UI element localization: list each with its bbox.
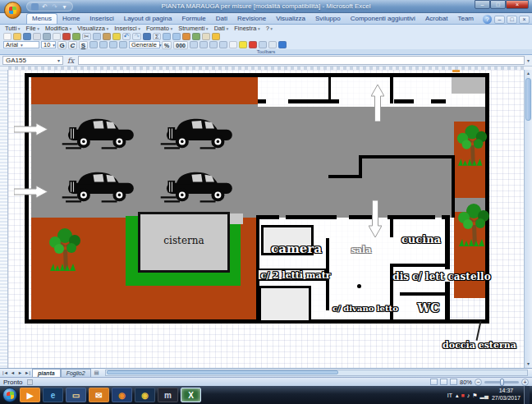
tab-dati[interactable]: Dati	[211, 14, 232, 24]
vertical-scroll-thumb[interactable]	[525, 78, 531, 121]
horizontal-scroll-thumb[interactable]	[107, 370, 338, 374]
spelling-icon[interactable]	[62, 33, 71, 40]
tray-expand-icon[interactable]: ▴	[456, 393, 459, 398]
fill-color-icon[interactable]	[239, 41, 247, 48]
action-center-flag-icon[interactable]: ⚑	[472, 393, 477, 398]
formula-bar-expand-icon[interactable]: ▾	[527, 57, 530, 63]
menu-strumenti[interactable]: Strumenti	[176, 25, 210, 33]
format-painter-icon[interactable]	[112, 33, 121, 40]
language-indicator[interactable]: IT	[447, 393, 452, 398]
open-icon[interactable]	[13, 33, 21, 40]
font-color-icon[interactable]	[249, 41, 257, 48]
tray-app-icon[interactable]: ■	[461, 393, 465, 398]
prev-sheet-button[interactable]: ◄	[9, 369, 16, 377]
menu-dati[interactable]: Dati	[212, 25, 232, 33]
chart-wizard-icon[interactable]	[182, 33, 190, 40]
undo-icon[interactable]: ↶	[41, 3, 48, 11]
menu-aiuto[interactable]: ?	[264, 25, 275, 33]
horizontal-scrollbar[interactable]	[105, 370, 528, 376]
minimize-button[interactable]: –	[475, 0, 490, 9]
help-button[interactable]: ?	[483, 15, 492, 24]
tab-visualizza[interactable]: Visualizza	[271, 14, 310, 24]
new-icon[interactable]	[3, 33, 11, 40]
mail-icon[interactable]	[33, 33, 41, 40]
tab-sviluppo[interactable]: Sviluppo	[310, 14, 346, 24]
start-button[interactable]	[2, 388, 17, 402]
clock[interactable]: 14:37 27/03/2017	[492, 388, 521, 402]
percent-style-button[interactable]: %	[162, 41, 172, 49]
tab-revisione[interactable]: Revisione	[232, 14, 271, 24]
firefox-icon[interactable]: ◉	[112, 388, 132, 402]
cut-icon[interactable]: ✂	[82, 33, 91, 40]
zoom-slider-thumb[interactable]	[500, 379, 504, 386]
worksheet-canvas[interactable]: camera c/ 2 letti matr sala c/ divano le…	[8, 70, 524, 368]
italic-button[interactable]: C	[68, 41, 77, 49]
increase-decimal-icon[interactable]	[190, 41, 198, 48]
zoom-icon[interactable]	[202, 33, 210, 40]
borders-icon[interactable]	[229, 41, 237, 48]
font-size-select[interactable]: 10	[41, 41, 56, 48]
workbook-restore-button[interactable]: □	[507, 16, 517, 24]
align-left-icon[interactable]	[89, 41, 98, 48]
outlook-icon[interactable]: ✉	[89, 388, 109, 402]
sheet-tab-foglio2[interactable]: Foglio2	[61, 369, 91, 377]
undo-icon[interactable]: ↶	[122, 33, 131, 40]
zoom-level-label[interactable]: 80%	[460, 379, 472, 386]
print-icon[interactable]	[43, 33, 51, 40]
workbook-close-button[interactable]: ×	[519, 16, 530, 24]
normal-view-icon[interactable]	[430, 379, 438, 385]
office-button[interactable]	[4, 2, 21, 19]
help-icon[interactable]	[212, 33, 220, 40]
formula-input[interactable]	[78, 56, 525, 65]
insert-sheet-icon[interactable]: ▤	[92, 370, 102, 376]
comment-icon[interactable]	[259, 41, 267, 48]
macro-record-icon[interactable]	[27, 379, 33, 385]
font-name-select[interactable]: Arial	[3, 41, 39, 48]
network-icon[interactable]: ▂▄	[480, 393, 488, 398]
insert-function-icon[interactable]: fx	[66, 57, 76, 65]
workbook-minimize-button[interactable]: –	[494, 16, 505, 24]
internet-explorer-icon[interactable]: e	[43, 388, 63, 402]
scroll-up-icon[interactable]: ▴	[525, 70, 532, 77]
menu-visualizza[interactable]: Visualizza	[75, 25, 111, 33]
page-layout-view-icon[interactable]	[440, 379, 447, 385]
print-preview-icon[interactable]	[53, 33, 61, 40]
menu-modifica[interactable]: Modifica	[43, 25, 74, 33]
tab-componenti-aggiuntivi[interactable]: Componenti aggiuntivi	[346, 14, 420, 24]
zoom-slider[interactable]	[484, 381, 519, 383]
redo-icon[interactable]: ↷	[132, 33, 141, 40]
tab-formule[interactable]: Formule	[177, 14, 210, 24]
excel-icon[interactable]: X	[181, 388, 201, 402]
next-sheet-button[interactable]: ►	[16, 369, 24, 377]
tab-layout-di-pagina[interactable]: Layout di pagina	[119, 14, 177, 24]
merge-center-icon[interactable]	[119, 41, 127, 48]
volume-icon[interactable]: ♪	[467, 393, 470, 398]
align-center-icon[interactable]	[99, 41, 108, 48]
first-sheet-button[interactable]: |◄	[2, 369, 9, 377]
name-box[interactable]: GA155 ▾	[2, 56, 63, 65]
scroll-down-icon[interactable]: ▾	[525, 360, 532, 368]
comma-style-button[interactable]: 000	[173, 41, 188, 49]
messaging-app-icon[interactable]: m	[158, 388, 178, 402]
zoom-in-button[interactable]: +	[521, 379, 529, 386]
tab-acrobat[interactable]: Acrobat	[420, 14, 453, 24]
bold-button[interactable]: G	[57, 41, 66, 49]
zoom-out-button[interactable]: −	[475, 379, 482, 386]
tab-inserisci[interactable]: Inserisci	[85, 14, 118, 24]
menu-tutti[interactable]: Tutti	[2, 25, 23, 33]
align-right-icon[interactable]	[109, 41, 117, 48]
redo-icon[interactable]: ↷	[51, 3, 58, 11]
chrome-icon[interactable]: ◉	[135, 388, 155, 402]
tab-team[interactable]: Team	[452, 14, 479, 24]
increase-indent-icon[interactable]	[219, 41, 227, 48]
media-player-icon[interactable]: ▶	[20, 388, 40, 402]
save-icon[interactable]	[23, 33, 31, 40]
sort-descending-icon[interactable]	[172, 33, 181, 40]
help-blue-icon[interactable]	[278, 41, 287, 48]
qat-dropdown-icon[interactable]: ▾	[61, 3, 68, 11]
decrease-indent-icon[interactable]	[209, 41, 218, 48]
sort-ascending-icon[interactable]	[163, 33, 171, 40]
vertical-scrollbar[interactable]: ▴ ▾	[524, 70, 532, 368]
decrease-decimal-icon[interactable]	[200, 41, 208, 48]
research-icon[interactable]	[72, 33, 80, 40]
